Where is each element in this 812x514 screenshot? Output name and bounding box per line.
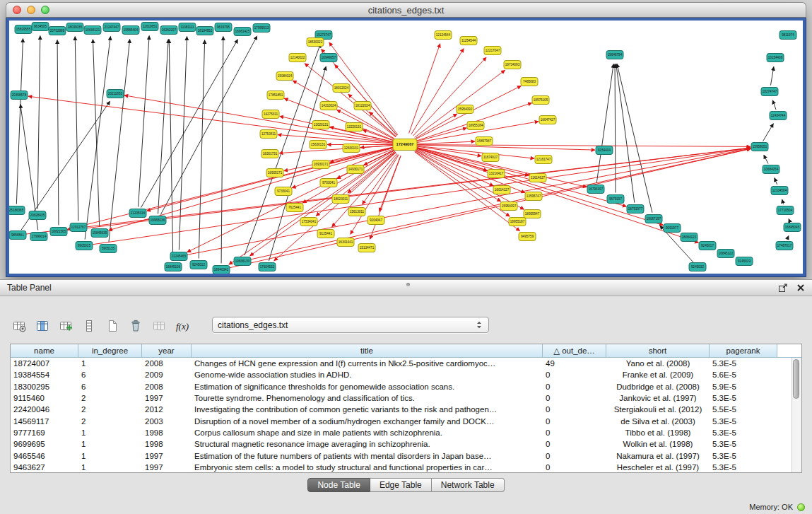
graph-edge[interactable] [416, 148, 699, 243]
graph-node[interactable]: 19734093 [504, 61, 521, 69]
graph-node[interactable]: 19965036 [149, 216, 166, 225]
column-header[interactable]: title [192, 344, 543, 358]
graph-edge[interactable] [417, 147, 587, 187]
float-panel-icon[interactable] [778, 283, 788, 293]
window-titlebar[interactable]: citations_edges.txt [6, 2, 806, 18]
graph-node[interactable]: 18955184 [467, 122, 484, 130]
close-panel-icon[interactable] [796, 284, 805, 292]
graph-node[interactable]: 18064122 [681, 233, 698, 242]
graph-node[interactable]: 15084024 [276, 72, 293, 81]
graph-node[interactable]: 9154404 [596, 146, 613, 155]
graph-edge[interactable] [16, 38, 23, 204]
graph-node[interactable]: 15630131 [310, 141, 326, 149]
graph-node[interactable]: 13020131 [312, 121, 329, 129]
graph-node[interactable]: 9245017 [699, 242, 716, 250]
graph-node[interactable]: 18530022 [307, 38, 324, 47]
tab-network-table[interactable]: Network Table [432, 478, 505, 492]
graph-node[interactable]: 15613011 [348, 208, 365, 216]
citation-graph[interactable]: 1582955596345052070288818039035106341212… [9, 21, 803, 274]
graph-node[interactable]: 9733041 [275, 187, 292, 196]
graph-node[interactable]: 15954097 [500, 202, 517, 211]
graph-edge[interactable] [616, 64, 635, 202]
graph-node[interactable]: 17604532 [259, 263, 276, 271]
graph-edge[interactable] [37, 35, 40, 209]
graph-node[interactable]: 9856561 [9, 231, 26, 240]
graph-node[interactable]: 12630131 [343, 144, 360, 153]
graph-node[interactable]: 8905015 [76, 242, 93, 250]
graph-edge[interactable] [416, 151, 524, 210]
graph-node[interactable]: 19565404 [122, 26, 139, 35]
graph-edge[interactable] [775, 178, 777, 185]
graph-edge[interactable] [179, 36, 187, 250]
table-row[interactable]: 946554611997Estimation of the future num… [11, 450, 801, 461]
graph-node[interactable]: 18940342 [213, 266, 230, 274]
graph-node[interactable]: 21205316 [129, 209, 146, 218]
graph-edge[interactable] [415, 70, 505, 137]
graph-edge[interactable] [787, 235, 789, 240]
scrollbar-thumb[interactable] [793, 359, 799, 399]
graph-edge[interactable] [85, 36, 110, 239]
graph-node[interactable]: 13220131 [346, 123, 363, 132]
graph-node[interactable]: 12217047 [484, 47, 501, 55]
graph-node[interactable]: 9619795 [215, 23, 232, 32]
graph-node[interactable]: 18039035 [66, 23, 83, 32]
network-canvas[interactable]: 1582955596345052070288818039035106341212… [9, 21, 803, 274]
graph-node[interactable]: 15958051 [751, 143, 768, 151]
graph-edge[interactable] [360, 146, 393, 148]
graph-node[interactable]: 20628435 [29, 211, 46, 220]
graph-node[interactable]: 22245465 [170, 252, 187, 261]
graph-edge[interactable] [139, 35, 150, 206]
graph-node[interactable]: 17710504 [777, 206, 794, 215]
graph-node[interactable]: 18184952 [196, 27, 213, 35]
graph-edge[interactable] [90, 148, 751, 245]
graph-node[interactable]: 9634505 [32, 23, 49, 31]
graph-node[interactable]: 11254544 [460, 37, 477, 45]
minimize-window-button[interactable] [27, 6, 35, 14]
graph-node[interactable]: 19067197 [645, 215, 662, 223]
graph-node[interactable]: 16961425 [234, 28, 251, 36]
graph-edge[interactable] [764, 155, 768, 163]
graph-edge[interactable] [617, 64, 652, 213]
graph-edge[interactable] [763, 124, 774, 141]
graph-node[interactable]: 12753411 [260, 130, 277, 139]
graph-node[interactable]: 25186365 [9, 206, 25, 215]
graph-edge[interactable] [228, 148, 751, 268]
graph-node[interactable]: 11674027 [482, 153, 499, 162]
graph-node[interactable]: 18955947 [524, 210, 541, 218]
graph-edge[interactable] [109, 39, 130, 242]
graph-edge[interactable] [409, 44, 440, 134]
graph-edge[interactable] [770, 66, 773, 85]
graph-node[interactable]: 17534041 [300, 218, 317, 226]
tab-node-table[interactable]: Node Table [307, 478, 370, 492]
graph-node[interactable]: 14210024 [320, 102, 337, 110]
graph-node[interactable]: 9495759 [519, 233, 536, 241]
table-row[interactable]: 1456911722003Disruption of a novel membe… [11, 415, 801, 426]
column-header[interactable]: pagerank [710, 344, 777, 358]
graph-node[interactable]: 18274747 [761, 88, 778, 96]
graph-node[interactable]: 9703041 [320, 179, 337, 187]
graph-node[interactable]: 13595747 [525, 192, 542, 201]
delete-table-icon[interactable] [126, 317, 145, 335]
graph-edge[interactable] [772, 100, 776, 110]
graph-node[interactable]: 17487017 [776, 242, 793, 250]
graph-node[interactable]: 19836130 [234, 257, 251, 266]
graph-edge[interactable] [68, 148, 394, 230]
graph-edge[interactable] [789, 219, 790, 222]
graph-node[interactable]: 18023011 [332, 195, 349, 204]
graph-node[interactable]: 16047427 [539, 116, 556, 124]
table-row[interactable]: 1938455462009Genome-wide association stu… [11, 369, 801, 380]
graph-node[interactable]: 15954092 [457, 105, 473, 114]
table-row[interactable]: 1872400712008Changes of HCN gene express… [11, 358, 801, 369]
graph-node[interactable]: 10154408 [767, 54, 784, 62]
graph-node[interactable]: 17999014 [30, 233, 47, 241]
table-mode-icon[interactable] [10, 317, 28, 335]
show-columns-icon[interactable] [33, 317, 52, 335]
table-row[interactable]: 977716911998Corpus callosum shape and si… [11, 427, 801, 438]
graph-edge[interactable] [782, 199, 784, 204]
close-window-button[interactable] [13, 6, 21, 14]
table-row[interactable]: 969969511998Structural magnetic resonanc… [11, 438, 801, 450]
graph-node[interactable]: 15134471 [358, 244, 375, 252]
graph-node[interactable]: 14857947 [476, 137, 493, 146]
graph-edge[interactable] [21, 101, 110, 230]
graph-node[interactable]: 18012024 [333, 84, 350, 93]
